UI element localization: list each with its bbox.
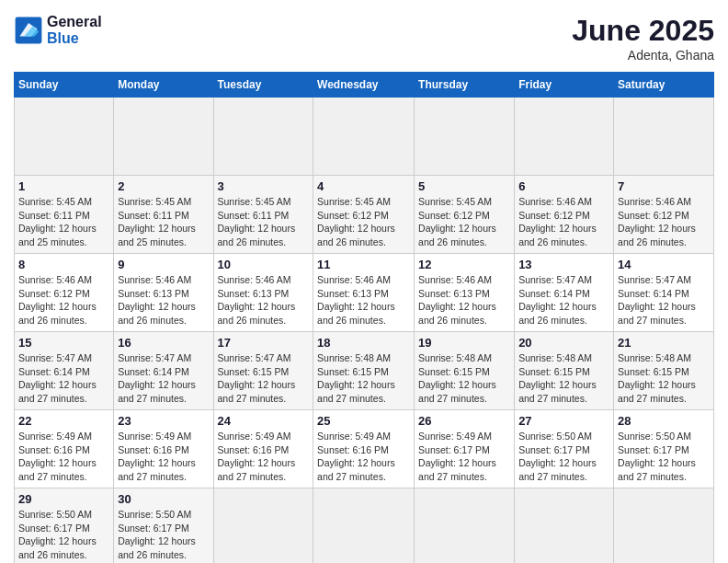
day-number: 6 <box>518 179 609 193</box>
day-number: 10 <box>218 258 310 271</box>
calendar-cell: 25 Sunrise: 5:49 AM Sunset: 6:16 PM Dayl… <box>313 410 415 488</box>
day-number: 19 <box>418 336 510 350</box>
col-header-friday: Friday <box>515 73 614 98</box>
day-number: 8 <box>18 258 109 271</box>
calendar-week-5: 22 Sunrise: 5:49 AM Sunset: 6:16 PM Dayl… <box>15 410 714 488</box>
col-header-saturday: Saturday <box>614 73 714 98</box>
calendar-cell: 26 Sunrise: 5:49 AM Sunset: 6:17 PM Dayl… <box>415 410 515 488</box>
day-info: Sunrise: 5:47 AM Sunset: 6:14 PM Dayligh… <box>18 351 109 406</box>
day-info: Sunrise: 5:50 AM Sunset: 6:17 PM Dayligh… <box>518 430 609 484</box>
day-info: Sunrise: 5:48 AM Sunset: 6:15 PM Dayligh… <box>317 351 410 406</box>
day-info: Sunrise: 5:47 AM Sunset: 6:14 PM Dayligh… <box>618 273 710 327</box>
calendar-cell: 20 Sunrise: 5:48 AM Sunset: 6:15 PM Dayl… <box>515 332 614 410</box>
logo-icon <box>14 16 43 45</box>
page-header: General Blue June 2025 Adenta, Ghana <box>14 14 714 63</box>
day-number: 20 <box>518 336 609 350</box>
day-info: Sunrise: 5:49 AM Sunset: 6:16 PM Dayligh… <box>18 430 109 484</box>
calendar-cell: 7 Sunrise: 5:46 AM Sunset: 6:12 PM Dayli… <box>614 176 714 254</box>
day-info: Sunrise: 5:50 AM Sunset: 6:17 PM Dayligh… <box>618 430 710 484</box>
day-info: Sunrise: 5:46 AM Sunset: 6:12 PM Dayligh… <box>18 273 109 327</box>
calendar-cell: 27 Sunrise: 5:50 AM Sunset: 6:17 PM Dayl… <box>515 410 614 488</box>
month-title: June 2025 <box>572 14 714 48</box>
day-info: Sunrise: 5:46 AM Sunset: 6:12 PM Dayligh… <box>618 195 710 249</box>
calendar-cell: 12 Sunrise: 5:46 AM Sunset: 6:13 PM Dayl… <box>415 254 515 332</box>
calendar-week-1 <box>15 98 714 176</box>
calendar-cell <box>415 488 515 564</box>
day-number: 18 <box>317 336 410 350</box>
day-number: 4 <box>317 179 410 193</box>
day-number: 17 <box>218 336 310 350</box>
calendar-cell: 19 Sunrise: 5:48 AM Sunset: 6:15 PM Dayl… <box>415 332 515 410</box>
day-info: Sunrise: 5:50 AM Sunset: 6:17 PM Dayligh… <box>118 508 209 562</box>
day-info: Sunrise: 5:45 AM Sunset: 6:11 PM Dayligh… <box>118 195 209 249</box>
day-number: 30 <box>118 492 209 506</box>
col-header-wednesday: Wednesday <box>313 73 415 98</box>
day-number: 16 <box>118 336 209 350</box>
day-info: Sunrise: 5:48 AM Sunset: 6:15 PM Dayligh… <box>518 351 609 406</box>
day-info: Sunrise: 5:47 AM Sunset: 6:15 PM Dayligh… <box>218 351 310 406</box>
calendar-table: SundayMondayTuesdayWednesdayThursdayFrid… <box>14 72 714 563</box>
day-info: Sunrise: 5:45 AM Sunset: 6:11 PM Dayligh… <box>218 195 310 249</box>
calendar-cell <box>213 98 313 176</box>
day-number: 26 <box>418 414 510 428</box>
col-header-thursday: Thursday <box>415 73 515 98</box>
calendar-cell <box>614 98 714 176</box>
day-number: 14 <box>618 258 710 271</box>
calendar-cell: 3 Sunrise: 5:45 AM Sunset: 6:11 PM Dayli… <box>213 176 313 254</box>
day-info: Sunrise: 5:46 AM Sunset: 6:13 PM Dayligh… <box>118 273 209 327</box>
day-info: Sunrise: 5:50 AM Sunset: 6:17 PM Dayligh… <box>18 508 109 562</box>
day-number: 2 <box>118 179 209 193</box>
calendar-cell: 1 Sunrise: 5:45 AM Sunset: 6:11 PM Dayli… <box>15 176 114 254</box>
day-number: 5 <box>418 179 510 193</box>
day-info: Sunrise: 5:46 AM Sunset: 6:13 PM Dayligh… <box>317 273 410 327</box>
day-info: Sunrise: 5:49 AM Sunset: 6:16 PM Dayligh… <box>317 430 410 484</box>
calendar-cell: 29 Sunrise: 5:50 AM Sunset: 6:17 PM Dayl… <box>15 488 114 564</box>
day-number: 28 <box>618 414 710 428</box>
day-number: 1 <box>18 179 109 193</box>
calendar-cell <box>15 98 114 176</box>
logo-text: General Blue <box>47 14 102 47</box>
logo: General Blue <box>14 14 102 47</box>
day-number: 13 <box>518 258 609 271</box>
day-info: Sunrise: 5:46 AM Sunset: 6:13 PM Dayligh… <box>418 273 510 327</box>
day-info: Sunrise: 5:48 AM Sunset: 6:15 PM Dayligh… <box>618 351 710 406</box>
calendar-cell: 24 Sunrise: 5:49 AM Sunset: 6:16 PM Dayl… <box>213 410 313 488</box>
calendar-week-4: 15 Sunrise: 5:47 AM Sunset: 6:14 PM Dayl… <box>15 332 714 410</box>
calendar-cell: 13 Sunrise: 5:47 AM Sunset: 6:14 PM Dayl… <box>515 254 614 332</box>
calendar-cell: 28 Sunrise: 5:50 AM Sunset: 6:17 PM Dayl… <box>614 410 714 488</box>
calendar-week-2: 1 Sunrise: 5:45 AM Sunset: 6:11 PM Dayli… <box>15 176 714 254</box>
calendar-cell: 17 Sunrise: 5:47 AM Sunset: 6:15 PM Dayl… <box>213 332 313 410</box>
calendar-cell: 30 Sunrise: 5:50 AM Sunset: 6:17 PM Dayl… <box>114 488 213 564</box>
calendar-cell: 5 Sunrise: 5:45 AM Sunset: 6:12 PM Dayli… <box>415 176 515 254</box>
calendar-cell: 22 Sunrise: 5:49 AM Sunset: 6:16 PM Dayl… <box>15 410 114 488</box>
calendar-week-3: 8 Sunrise: 5:46 AM Sunset: 6:12 PM Dayli… <box>15 254 714 332</box>
calendar-cell <box>415 98 515 176</box>
calendar-cell: 2 Sunrise: 5:45 AM Sunset: 6:11 PM Dayli… <box>114 176 213 254</box>
col-header-monday: Monday <box>114 73 213 98</box>
day-number: 11 <box>317 258 410 271</box>
day-info: Sunrise: 5:46 AM Sunset: 6:13 PM Dayligh… <box>218 273 310 327</box>
day-number: 12 <box>418 258 510 271</box>
calendar-cell: 21 Sunrise: 5:48 AM Sunset: 6:15 PM Dayl… <box>614 332 714 410</box>
calendar-cell: 9 Sunrise: 5:46 AM Sunset: 6:13 PM Dayli… <box>114 254 213 332</box>
title-block: June 2025 Adenta, Ghana <box>572 14 714 63</box>
calendar-cell: 10 Sunrise: 5:46 AM Sunset: 6:13 PM Dayl… <box>213 254 313 332</box>
calendar-cell: 18 Sunrise: 5:48 AM Sunset: 6:15 PM Dayl… <box>313 332 415 410</box>
day-number: 15 <box>18 336 109 350</box>
col-header-sunday: Sunday <box>15 73 114 98</box>
day-number: 7 <box>618 179 710 193</box>
day-number: 3 <box>218 179 310 193</box>
day-number: 21 <box>618 336 710 350</box>
day-number: 24 <box>218 414 310 428</box>
day-number: 29 <box>18 492 109 506</box>
header-row: SundayMondayTuesdayWednesdayThursdayFrid… <box>15 73 714 98</box>
calendar-cell <box>515 488 614 564</box>
day-info: Sunrise: 5:48 AM Sunset: 6:15 PM Dayligh… <box>418 351 510 406</box>
calendar-cell <box>213 488 313 564</box>
day-number: 22 <box>18 414 109 428</box>
calendar-week-6: 29 Sunrise: 5:50 AM Sunset: 6:17 PM Dayl… <box>15 488 714 564</box>
calendar-cell: 23 Sunrise: 5:49 AM Sunset: 6:16 PM Dayl… <box>114 410 213 488</box>
calendar-cell <box>114 98 213 176</box>
location: Adenta, Ghana <box>572 48 714 63</box>
calendar-cell <box>515 98 614 176</box>
